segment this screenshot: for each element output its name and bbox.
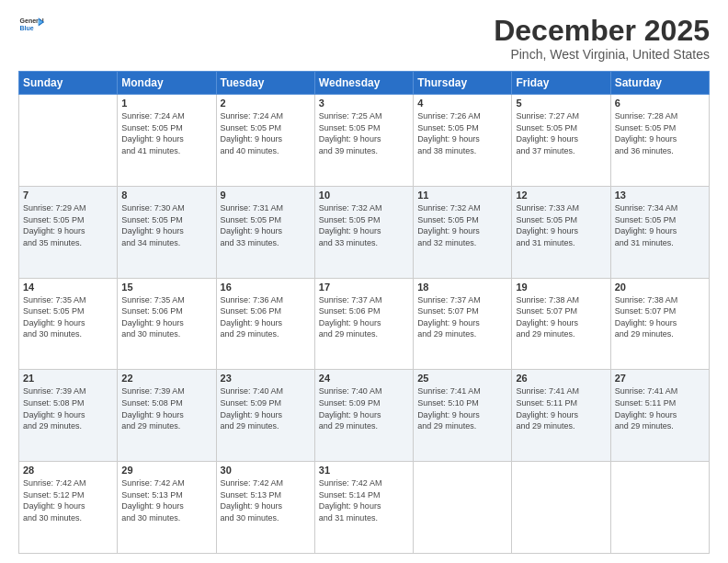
day-number: 4	[417, 98, 507, 109]
day-number: 12	[516, 190, 606, 201]
day-number: 15	[121, 282, 211, 293]
day-number: 7	[23, 190, 113, 201]
cell-2-6: 12Sunrise: 7:33 AMSunset: 5:05 PMDayligh…	[512, 186, 610, 278]
day-number: 26	[516, 373, 606, 384]
cell-info: Sunrise: 7:40 AMSunset: 5:09 PMDaylight:…	[319, 385, 409, 431]
cell-info: Sunrise: 7:26 AMSunset: 5:05 PMDaylight:…	[417, 110, 507, 156]
cell-3-3: 16Sunrise: 7:36 AMSunset: 5:06 PMDayligh…	[216, 278, 314, 370]
cell-4-5: 25Sunrise: 7:41 AMSunset: 5:10 PMDayligh…	[414, 370, 512, 462]
col-header-thursday: Thursday	[414, 72, 512, 95]
cell-info: Sunrise: 7:35 AMSunset: 5:06 PMDaylight:…	[121, 294, 211, 340]
cell-3-5: 18Sunrise: 7:37 AMSunset: 5:07 PMDayligh…	[414, 278, 512, 370]
cell-4-7: 27Sunrise: 7:41 AMSunset: 5:11 PMDayligh…	[610, 370, 709, 462]
cell-2-5: 11Sunrise: 7:32 AMSunset: 5:05 PMDayligh…	[414, 186, 512, 278]
cell-info: Sunrise: 7:39 AMSunset: 5:08 PMDaylight:…	[121, 385, 211, 431]
cell-5-6	[512, 462, 610, 554]
day-number: 6	[615, 98, 705, 109]
day-number: 8	[121, 190, 211, 201]
col-header-saturday: Saturday	[610, 72, 709, 95]
day-number: 21	[23, 373, 113, 384]
cell-2-1: 7Sunrise: 7:29 AMSunset: 5:05 PMDaylight…	[19, 186, 118, 278]
cell-info: Sunrise: 7:28 AMSunset: 5:05 PMDaylight:…	[615, 110, 705, 156]
cell-1-6: 5Sunrise: 7:27 AMSunset: 5:05 PMDaylight…	[512, 95, 610, 187]
cell-4-4: 24Sunrise: 7:40 AMSunset: 5:09 PMDayligh…	[314, 370, 413, 462]
col-header-tuesday: Tuesday	[216, 72, 314, 95]
month-title: December 2025	[494, 15, 710, 47]
cell-info: Sunrise: 7:32 AMSunset: 5:05 PMDaylight:…	[319, 202, 409, 248]
cell-info: Sunrise: 7:37 AMSunset: 5:06 PMDaylight:…	[319, 294, 409, 340]
day-number: 11	[417, 190, 507, 201]
location: Pinch, West Virginia, United States	[494, 47, 710, 62]
cell-5-3: 30Sunrise: 7:42 AMSunset: 5:13 PMDayligh…	[216, 462, 314, 554]
cell-info: Sunrise: 7:30 AMSunset: 5:05 PMDaylight:…	[121, 202, 211, 248]
cell-info: Sunrise: 7:35 AMSunset: 5:05 PMDaylight:…	[23, 294, 113, 340]
day-number: 23	[221, 373, 311, 384]
day-number: 24	[319, 373, 409, 384]
day-number: 17	[319, 282, 409, 293]
logo: General Blue	[18, 15, 44, 35]
cell-2-3: 9Sunrise: 7:31 AMSunset: 5:05 PMDaylight…	[216, 186, 314, 278]
day-number: 14	[23, 282, 113, 293]
cell-info: Sunrise: 7:42 AMSunset: 5:13 PMDaylight:…	[121, 477, 211, 523]
cell-info: Sunrise: 7:32 AMSunset: 5:05 PMDaylight:…	[417, 202, 507, 248]
page: General Blue December 2025 Pinch, West V…	[0, 0, 728, 563]
day-number: 22	[121, 373, 211, 384]
cell-3-6: 19Sunrise: 7:38 AMSunset: 5:07 PMDayligh…	[512, 278, 610, 370]
cell-3-2: 15Sunrise: 7:35 AMSunset: 5:06 PMDayligh…	[118, 278, 216, 370]
cell-4-6: 26Sunrise: 7:41 AMSunset: 5:11 PMDayligh…	[512, 370, 610, 462]
header: General Blue December 2025 Pinch, West V…	[18, 15, 710, 62]
day-number: 27	[615, 373, 705, 384]
cell-2-2: 8Sunrise: 7:30 AMSunset: 5:05 PMDaylight…	[118, 186, 216, 278]
svg-text:Blue: Blue	[20, 25, 34, 31]
day-number: 16	[221, 282, 311, 293]
cell-info: Sunrise: 7:41 AMSunset: 5:10 PMDaylight:…	[417, 385, 507, 431]
day-number: 19	[516, 282, 606, 293]
cell-info: Sunrise: 7:36 AMSunset: 5:06 PMDaylight:…	[221, 294, 311, 340]
col-header-friday: Friday	[512, 72, 610, 95]
cell-5-2: 29Sunrise: 7:42 AMSunset: 5:13 PMDayligh…	[118, 462, 216, 554]
col-header-sunday: Sunday	[19, 72, 118, 95]
cell-info: Sunrise: 7:42 AMSunset: 5:12 PMDaylight:…	[23, 477, 113, 523]
day-number: 9	[221, 190, 311, 201]
cell-info: Sunrise: 7:38 AMSunset: 5:07 PMDaylight:…	[516, 294, 606, 340]
cell-4-3: 23Sunrise: 7:40 AMSunset: 5:09 PMDayligh…	[216, 370, 314, 462]
cell-4-2: 22Sunrise: 7:39 AMSunset: 5:08 PMDayligh…	[118, 370, 216, 462]
cell-1-3: 2Sunrise: 7:24 AMSunset: 5:05 PMDaylight…	[216, 95, 314, 187]
calendar-table: SundayMondayTuesdayWednesdayThursdayFrid…	[18, 71, 710, 554]
week-row-2: 7Sunrise: 7:29 AMSunset: 5:05 PMDaylight…	[19, 186, 710, 278]
cell-info: Sunrise: 7:33 AMSunset: 5:05 PMDaylight:…	[516, 202, 606, 248]
week-row-3: 14Sunrise: 7:35 AMSunset: 5:05 PMDayligh…	[19, 278, 710, 370]
cell-info: Sunrise: 7:42 AMSunset: 5:13 PMDaylight:…	[221, 477, 311, 523]
cell-info: Sunrise: 7:25 AMSunset: 5:05 PMDaylight:…	[319, 110, 409, 156]
cell-3-1: 14Sunrise: 7:35 AMSunset: 5:05 PMDayligh…	[19, 278, 118, 370]
col-header-wednesday: Wednesday	[314, 72, 413, 95]
cell-info: Sunrise: 7:41 AMSunset: 5:11 PMDaylight:…	[516, 385, 606, 431]
cell-info: Sunrise: 7:34 AMSunset: 5:05 PMDaylight:…	[615, 202, 705, 248]
cell-info: Sunrise: 7:31 AMSunset: 5:05 PMDaylight:…	[221, 202, 311, 248]
cell-info: Sunrise: 7:40 AMSunset: 5:09 PMDaylight:…	[221, 385, 311, 431]
cell-info: Sunrise: 7:29 AMSunset: 5:05 PMDaylight:…	[23, 202, 113, 248]
week-row-4: 21Sunrise: 7:39 AMSunset: 5:08 PMDayligh…	[19, 370, 710, 462]
cell-info: Sunrise: 7:37 AMSunset: 5:07 PMDaylight:…	[417, 294, 507, 340]
day-number: 30	[221, 465, 311, 476]
cell-5-4: 31Sunrise: 7:42 AMSunset: 5:14 PMDayligh…	[314, 462, 413, 554]
cell-3-7: 20Sunrise: 7:38 AMSunset: 5:07 PMDayligh…	[610, 278, 709, 370]
cell-info: Sunrise: 7:39 AMSunset: 5:08 PMDaylight:…	[23, 385, 113, 431]
cell-5-5	[414, 462, 512, 554]
header-row: SundayMondayTuesdayWednesdayThursdayFrid…	[19, 72, 710, 95]
day-number: 5	[516, 98, 606, 109]
cell-1-2: 1Sunrise: 7:24 AMSunset: 5:05 PMDaylight…	[118, 95, 216, 187]
cell-2-4: 10Sunrise: 7:32 AMSunset: 5:05 PMDayligh…	[314, 186, 413, 278]
cell-1-5: 4Sunrise: 7:26 AMSunset: 5:05 PMDaylight…	[414, 95, 512, 187]
day-number: 25	[417, 373, 507, 384]
cell-2-7: 13Sunrise: 7:34 AMSunset: 5:05 PMDayligh…	[610, 186, 709, 278]
cell-1-4: 3Sunrise: 7:25 AMSunset: 5:05 PMDaylight…	[314, 95, 413, 187]
cell-5-1: 28Sunrise: 7:42 AMSunset: 5:12 PMDayligh…	[19, 462, 118, 554]
cell-info: Sunrise: 7:24 AMSunset: 5:05 PMDaylight:…	[221, 110, 311, 156]
day-number: 13	[615, 190, 705, 201]
day-number: 29	[121, 465, 211, 476]
day-number: 2	[221, 98, 311, 109]
cell-info: Sunrise: 7:24 AMSunset: 5:05 PMDaylight:…	[121, 110, 211, 156]
cell-info: Sunrise: 7:38 AMSunset: 5:07 PMDaylight:…	[615, 294, 705, 340]
logo-icon: General Blue	[18, 15, 44, 35]
